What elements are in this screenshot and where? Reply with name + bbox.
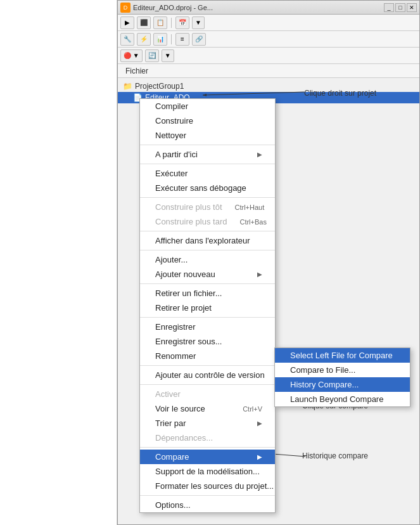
toolbar-btn-6[interactable]: ⚡ bbox=[137, 33, 151, 46]
submenu-arrow-3: ▶ bbox=[257, 420, 262, 427]
titlebar-text: Editeur_ADO.dproj - Ge... bbox=[133, 4, 384, 11]
compare-select-left[interactable]: Select Left File for Compare bbox=[275, 348, 410, 363]
titlebar: D Editeur_ADO.dproj - Ge... _ □ ✕ bbox=[118, 1, 419, 15]
sep-ctx-11 bbox=[140, 495, 275, 496]
sep-ctx-4 bbox=[140, 231, 275, 231]
sep-ctx-1 bbox=[140, 145, 275, 145]
menu-apartirdici[interactable]: A partir d'ici ▶ bbox=[140, 147, 275, 162]
toolbar-dropdown-2[interactable]: 🔴 ▼ bbox=[120, 49, 143, 62]
sep-ctx-9 bbox=[140, 384, 275, 385]
context-menu-main: Compiler Construire Nettoyer A partir d'… bbox=[139, 98, 276, 513]
menu-retirer-projet[interactable]: Retirer le projet bbox=[140, 301, 275, 315]
titlebar-buttons: _ □ ✕ bbox=[384, 3, 417, 12]
sep-2 bbox=[171, 34, 172, 44]
menu-compare[interactable]: Compare ▶ bbox=[140, 450, 275, 464]
sep-ctx-5 bbox=[140, 250, 275, 250]
menu-ajouter-nouveau[interactable]: Ajouter nouveau ▶ bbox=[140, 267, 275, 282]
sep-ctx-7 bbox=[140, 317, 275, 318]
menu-executer[interactable]: Exécuter bbox=[140, 166, 275, 181]
compare-launch-beyond[interactable]: Launch Beyond Compare bbox=[275, 392, 410, 406]
annotation-historique: Historique compare bbox=[302, 451, 368, 460]
close-btn[interactable]: ✕ bbox=[407, 3, 417, 12]
menu-ajouter[interactable]: Ajouter... bbox=[140, 252, 275, 267]
menu-renommer[interactable]: Renommer bbox=[140, 349, 275, 363]
left-sidebar bbox=[0, 0, 117, 525]
menu-construire[interactable]: Construire bbox=[140, 113, 275, 128]
submenu-arrow-2: ▶ bbox=[257, 271, 262, 278]
toolbar-btn-1[interactable]: ▶ bbox=[120, 16, 134, 29]
menu-nettoyer[interactable]: Nettoyer bbox=[140, 128, 275, 143]
tree-item-icon: 📁 bbox=[123, 82, 132, 91]
sep-ctx-6 bbox=[140, 283, 275, 284]
menu-dependances: Dépendances... bbox=[140, 431, 275, 445]
toolbar-btn-7[interactable]: 📊 bbox=[153, 33, 167, 46]
compare-to-file[interactable]: Compare to File... bbox=[275, 363, 410, 377]
toolbar-btn-8[interactable]: ≡ bbox=[175, 33, 189, 46]
maximize-btn[interactable]: □ bbox=[395, 3, 405, 12]
sep-ctx-2 bbox=[140, 164, 275, 164]
toolbar-btn-5[interactable]: 🔧 bbox=[120, 33, 134, 46]
menu-formater-sources[interactable]: Formater les sources du projet... bbox=[140, 479, 275, 493]
menu-retirer-fichier[interactable]: Retirer un fichier... bbox=[140, 286, 275, 301]
menu-construire-tard: Construire plus tard Ctrl+Bas bbox=[140, 214, 275, 229]
compare-history[interactable]: History Compare... bbox=[275, 377, 410, 392]
menu-trier-par[interactable]: Trier par ▶ bbox=[140, 416, 275, 431]
toolbar-row-3: 🔴 ▼ 🔄 ▼ bbox=[118, 48, 419, 64]
tree-item-label: ProjectGroup1 bbox=[135, 82, 184, 91]
menu-executer-sans[interactable]: Exécuter sans débogage bbox=[140, 181, 275, 195]
menu-afficher-explorateur[interactable]: Afficher dans l'explorateur bbox=[140, 233, 275, 248]
toolbar-dropdown-1[interactable]: ▼ bbox=[192, 16, 205, 29]
toolbar-dropdown-3[interactable]: ▼ bbox=[162, 49, 174, 62]
menu-enregistrer[interactable]: Enregistrer bbox=[140, 320, 275, 334]
toolbar-row-2: 🔧 ⚡ 📊 ≡ 🔗 bbox=[118, 31, 419, 48]
toolbar-btn-2[interactable]: ⬛ bbox=[137, 16, 151, 29]
annotation-clique-droit: Clique droit sur projet bbox=[304, 89, 376, 98]
menu-voir-source[interactable]: Voir le source Ctrl+V bbox=[140, 401, 275, 416]
sep-1 bbox=[171, 18, 172, 28]
menu-construire-tot: Construire plus tôt Ctrl+Haut bbox=[140, 200, 275, 214]
menu-fichier[interactable]: Fichier bbox=[120, 65, 153, 77]
sep-ctx-8 bbox=[140, 365, 275, 366]
toolbar-btn-3[interactable]: 📋 bbox=[153, 16, 167, 29]
menu-enregistrer-sous[interactable]: Enregistrer sous... bbox=[140, 334, 275, 349]
submenu-arrow-1: ▶ bbox=[257, 151, 262, 158]
compare-submenu: Select Left File for Compare Compare to … bbox=[274, 347, 410, 407]
toolbar-btn-4[interactable]: 📅 bbox=[175, 16, 189, 29]
titlebar-icon: D bbox=[120, 3, 130, 13]
menu-activer: Activer bbox=[140, 387, 275, 401]
menu-support-modelisation[interactable]: Support de la modélisation... bbox=[140, 464, 275, 479]
submenu-arrow-compare: ▶ bbox=[257, 453, 262, 460]
menu-compiler[interactable]: Compiler bbox=[140, 99, 275, 113]
toolbar-btn-10[interactable]: 🔄 bbox=[145, 49, 159, 62]
menu-ajouter-controle[interactable]: Ajouter au contrôle de version bbox=[140, 368, 275, 382]
menu-options[interactable]: Options... bbox=[140, 498, 275, 512]
toolbar-row-1: ▶ ⬛ 📋 📅 ▼ bbox=[118, 15, 419, 31]
minimize-btn[interactable]: _ bbox=[384, 3, 394, 12]
ide-menubar: Fichier bbox=[118, 64, 419, 78]
toolbar-btn-9[interactable]: 🔗 bbox=[192, 33, 206, 46]
sep-ctx-3 bbox=[140, 197, 275, 198]
sep-ctx-10 bbox=[140, 447, 275, 448]
